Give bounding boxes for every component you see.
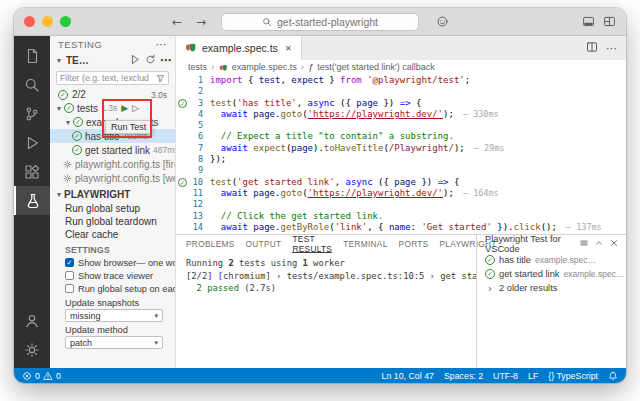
refresh-tests-icon[interactable] [145, 54, 156, 67]
test-tree-item[interactable]: playwright.config.ts [web… [50, 171, 175, 185]
output-line: 2 passed (2.7s) [186, 282, 476, 295]
status-ln[interactable]: Ln 10, Col 47 [382, 371, 434, 381]
gutter-pass-icon[interactable]: ✓ [176, 178, 189, 187]
run-all-tests-icon[interactable] [130, 54, 141, 67]
chevron-down-icon[interactable]: ▾ [54, 190, 64, 199]
notifications-bell-icon[interactable] [608, 371, 618, 381]
gutter[interactable]: 8 [176, 154, 210, 165]
split-editor-icon[interactable] [586, 39, 598, 57]
filter-icon[interactable] [156, 74, 165, 83]
gutter[interactable]: 12 [176, 199, 210, 210]
source-control-icon[interactable] [14, 99, 50, 128]
chevron-down-icon[interactable]: ▾ [63, 118, 73, 127]
debug-test-icon[interactable]: ▷ [132, 103, 139, 113]
checkbox-unchecked-icon[interactable] [65, 271, 74, 280]
close-window-button[interactable] [24, 16, 35, 27]
gutter[interactable]: 1 [176, 75, 210, 86]
extensions-icon[interactable] [14, 157, 50, 186]
status-utf-8[interactable]: UTF-8 [493, 371, 518, 381]
playwright-command[interactable]: Run global teardown [50, 215, 175, 228]
gutter[interactable]: 11 [176, 188, 210, 199]
gutter[interactable]: 6 [176, 131, 210, 142]
status-typescript[interactable]: {} TypeScript [548, 371, 598, 381]
list-icon[interactable] [579, 238, 589, 250]
test-tree-item[interactable]: ✓get started link487ms [50, 143, 175, 157]
gutter[interactable]: 2 [176, 86, 210, 97]
playwright-command[interactable]: Run global setup [50, 202, 175, 215]
command-center-search[interactable]: get-started-playwright [221, 13, 419, 31]
status-lf[interactable]: LF [528, 371, 538, 381]
line-number: 1 [189, 75, 210, 86]
gutter[interactable]: 9 [176, 165, 210, 176]
setting-dropdown[interactable]: patch▾ [65, 336, 163, 349]
run-debug-icon[interactable] [14, 128, 50, 157]
zoom-window-button[interactable] [60, 16, 71, 27]
checkbox-unchecked-icon[interactable] [65, 284, 74, 293]
panel-tab-problems[interactable]: PROBLEMS [186, 235, 235, 253]
playwright-command[interactable]: Clear cache [50, 228, 175, 241]
result-item[interactable]: ✓get started linkexample.spec… [477, 267, 626, 281]
playwright-file-icon [219, 63, 228, 72]
chevron-down-icon[interactable]: ▾ [54, 104, 64, 113]
editor-more-icon[interactable]: ⋯ [606, 42, 617, 55]
gutter-pass-icon[interactable]: ✓ [176, 99, 189, 108]
gutter[interactable]: 13 [176, 211, 210, 222]
setting-checkbox[interactable]: Run global setup on each run [50, 282, 175, 295]
setting-checkbox[interactable]: Show trace viewer [50, 269, 175, 282]
gutter[interactable]: 14 [176, 222, 210, 233]
panel-tab-test-results[interactable]: TEST RESULTS [292, 235, 332, 253]
code-line: 14 await page.getByRole('link', { name: … [176, 222, 626, 233]
test-filter-input[interactable] [60, 73, 156, 83]
gutter[interactable]: 5 [176, 120, 210, 131]
run-test-icon[interactable]: ▶ [121, 103, 128, 113]
pass-icon: ✓ [72, 131, 82, 141]
panel-tab-terminal[interactable]: TERMINAL [343, 235, 387, 253]
settings-gear-icon[interactable] [14, 335, 50, 364]
breadcrumb-symbol[interactable]: test('get started link') callback [317, 62, 434, 72]
more-actions-icon[interactable]: ⋯ [156, 38, 167, 51]
tab-label: example.spec.ts [202, 42, 278, 54]
explorer-icon[interactable] [14, 41, 50, 70]
test-tree: ▾✓tests1.3s▶▷▾✓example.spec.ts✓has title… [50, 101, 175, 185]
problems-status[interactable]: 0 0 [22, 371, 61, 381]
result-item[interactable]: ›2 older results [477, 281, 626, 295]
account-icon[interactable] [14, 306, 50, 335]
test-results-output[interactable]: Running 2 tests using 1 worker[2/2] [chr… [176, 253, 476, 368]
more-icon[interactable]: ⋯ [160, 54, 171, 67]
minimize-window-button[interactable] [42, 16, 53, 27]
testing-icon[interactable] [14, 186, 50, 215]
maximize-panel-icon[interactable] [594, 238, 604, 250]
search-icon[interactable] [14, 70, 50, 99]
chevron-down-icon[interactable]: ▾ [54, 56, 64, 65]
breadcrumb-file[interactable]: example.spec.ts [232, 62, 297, 72]
status-spaces[interactable]: Spaces: 2 [444, 371, 483, 381]
gutter[interactable]: 7 [176, 143, 210, 154]
panel-tab-output[interactable]: OUTPUT [246, 235, 282, 253]
close-panel-icon[interactable] [609, 238, 619, 250]
close-icon[interactable]: ✕ [285, 44, 292, 53]
forward-icon[interactable]: → [196, 15, 206, 29]
test-tree-item[interactable]: ▾✓tests1.3s▶▷ [50, 101, 175, 115]
copilot-icon[interactable] [436, 15, 449, 28]
test-duration: 487ms [153, 145, 175, 155]
setting-checkbox[interactable]: ✓Show browser— one worker [50, 256, 175, 269]
testing-sidebar: TESTING ⋯ ▾ TE… ⋯ ✓ 2/2 3.0s [50, 36, 176, 368]
checkbox-checked-icon[interactable]: ✓ [65, 258, 74, 267]
customize-layout-icon[interactable] [603, 15, 616, 28]
gutter[interactable]: 4 [176, 109, 210, 120]
back-icon[interactable]: ← [172, 15, 182, 29]
setting-label: Update snapshots [50, 297, 175, 308]
gutter[interactable]: ✓3 [176, 98, 210, 109]
toggle-panel-icon[interactable] [582, 15, 595, 28]
gutter[interactable]: ✓10 [176, 177, 210, 188]
code-text: await page.goto('https://playwright.dev/… [210, 109, 499, 120]
run-test-tooltip: Run Test [105, 120, 152, 134]
code-line: 2 [176, 86, 626, 97]
panel-tab-ports[interactable]: PORTS [399, 235, 429, 253]
code-editor[interactable]: 1import { test, expect } from '@playwrig… [176, 74, 626, 234]
tab-example-spec[interactable]: example.spec.ts ✕ [176, 36, 302, 60]
result-item[interactable]: ✓has titleexample.spec… [477, 253, 626, 267]
test-tree-item[interactable]: playwright.config.ts [fire… [50, 157, 175, 171]
setting-dropdown[interactable]: missing▾ [65, 309, 163, 322]
breadcrumb-folder[interactable]: tests [188, 62, 207, 72]
